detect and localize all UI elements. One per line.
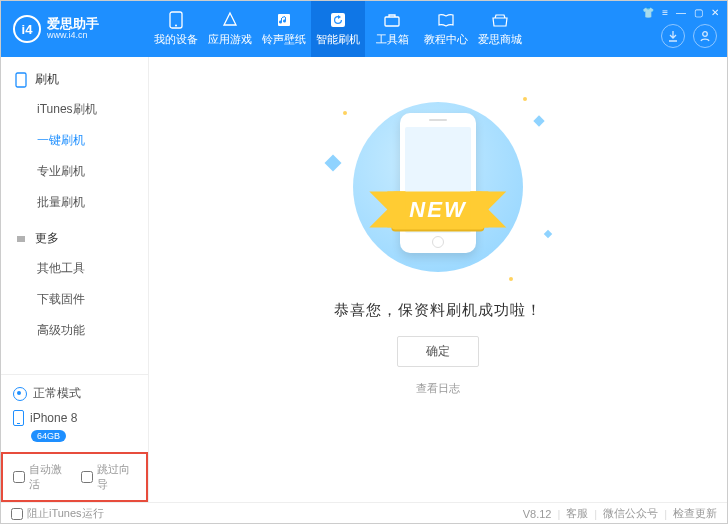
sidebar-section-more: 更多	[1, 224, 148, 253]
title-bar: i4 爱思助手 www.i4.cn 我的设备 应用游戏 铃声壁纸 智能刷机 工具…	[1, 1, 727, 57]
window-controls: 👕 ≡ — ▢ ✕	[634, 1, 727, 24]
nav-label: 铃声壁纸	[262, 32, 306, 47]
device-name: iPhone 8	[30, 411, 77, 425]
svg-rect-6	[16, 73, 26, 87]
success-illustration: NEW	[323, 87, 553, 287]
device-name-row[interactable]: iPhone 8	[13, 410, 136, 426]
sidebar-item-oneclick-flash[interactable]: 一键刷机	[1, 125, 148, 156]
version-label: V8.12	[523, 508, 552, 520]
nav-label: 教程中心	[424, 32, 468, 47]
menu-button[interactable]: ≡	[662, 7, 668, 18]
view-log-link[interactable]: 查看日志	[416, 381, 460, 396]
nav-apps[interactable]: 应用游戏	[203, 1, 257, 57]
nav-label: 智能刷机	[316, 32, 360, 47]
block-itunes-label: 阻止iTunes运行	[27, 506, 104, 521]
confirm-button[interactable]: 确定	[397, 336, 479, 367]
block-itunes-checkbox[interactable]: 阻止iTunes运行	[11, 506, 104, 521]
device-mode[interactable]: 正常模式	[13, 385, 136, 402]
nav-label: 应用游戏	[208, 32, 252, 47]
sidebar-item-pro-flash[interactable]: 专业刷机	[1, 156, 148, 187]
book-icon	[437, 11, 455, 29]
section-title: 刷机	[35, 71, 59, 88]
nav-store[interactable]: 爱思商城	[473, 1, 527, 57]
sidebar-item-itunes-flash[interactable]: iTunes刷机	[1, 94, 148, 125]
main-panel: NEW 恭喜您，保资料刷机成功啦！ 确定 查看日志	[149, 57, 727, 502]
success-message: 恭喜您，保资料刷机成功啦！	[334, 301, 542, 320]
svg-point-1	[175, 25, 177, 27]
download-button[interactable]	[661, 24, 685, 48]
sidebar-item-download-fw[interactable]: 下载固件	[1, 284, 148, 315]
nav-label: 爱思商城	[478, 32, 522, 47]
nav-ringtones[interactable]: 铃声壁纸	[257, 1, 311, 57]
apps-icon	[221, 11, 239, 29]
toolbox-icon	[383, 11, 401, 29]
check-update-link[interactable]: 检查更新	[673, 506, 717, 521]
nav-label: 我的设备	[154, 32, 198, 47]
flash-options: 自动激活 跳过向导	[1, 452, 148, 502]
new-ribbon: NEW	[391, 191, 484, 229]
brand-logo-icon: i4	[13, 15, 41, 43]
user-button[interactable]	[693, 24, 717, 48]
auto-activate-label: 自动激活	[29, 462, 69, 492]
refresh-icon	[329, 11, 347, 29]
nav-tutorials[interactable]: 教程中心	[419, 1, 473, 57]
sidebar-item-batch-flash[interactable]: 批量刷机	[1, 187, 148, 218]
svg-point-5	[703, 32, 708, 37]
auto-activate-checkbox[interactable]: 自动激活	[13, 462, 69, 492]
section-title: 更多	[35, 230, 59, 247]
nav-label: 工具箱	[376, 32, 409, 47]
skip-guide-checkbox[interactable]: 跳过向导	[81, 462, 137, 492]
brand: i4 爱思助手 www.i4.cn	[1, 1, 149, 57]
nav-my-devices[interactable]: 我的设备	[149, 1, 203, 57]
sidebar: 刷机 iTunes刷机 一键刷机 专业刷机 批量刷机 更多 其他工具 下载固件 …	[1, 57, 149, 502]
maximize-button[interactable]: ▢	[694, 7, 703, 18]
storage-badge: 64GB	[31, 430, 66, 442]
top-right: 👕 ≡ — ▢ ✕	[634, 1, 727, 57]
mode-icon	[13, 387, 27, 401]
minimize-button[interactable]: —	[676, 7, 686, 18]
top-right-circles	[651, 24, 727, 48]
brand-url: www.i4.cn	[47, 31, 99, 41]
sidebar-item-other-tools[interactable]: 其他工具	[1, 253, 148, 284]
status-bar: 阻止iTunes运行 V8.12 | 客服 | 微信公众号 | 检查更新	[1, 502, 727, 524]
skip-guide-label: 跳过向导	[97, 462, 137, 492]
svg-rect-4	[385, 17, 399, 26]
device-phone-icon	[13, 410, 24, 426]
mode-label: 正常模式	[33, 385, 81, 402]
nav-toolbox[interactable]: 工具箱	[365, 1, 419, 57]
sidebar-section-flash: 刷机	[1, 65, 148, 94]
phone-icon	[167, 11, 185, 29]
sidebar-device-panel: 正常模式 iPhone 8 64GB	[1, 374, 148, 452]
brand-title: 爱思助手	[47, 17, 99, 31]
support-link[interactable]: 客服	[566, 506, 588, 521]
top-nav: 我的设备 应用游戏 铃声壁纸 智能刷机 工具箱 教程中心 爱思商城	[149, 1, 634, 57]
phone-illustration-icon	[400, 113, 476, 253]
more-section-icon	[15, 233, 29, 245]
sidebar-item-advanced[interactable]: 高级功能	[1, 315, 148, 346]
nav-flash[interactable]: 智能刷机	[311, 1, 365, 57]
store-icon	[491, 11, 509, 29]
music-icon	[275, 11, 293, 29]
wechat-link[interactable]: 微信公众号	[603, 506, 658, 521]
close-button[interactable]: ✕	[711, 7, 719, 18]
flash-section-icon	[15, 72, 29, 88]
skin-button[interactable]: 👕	[642, 7, 654, 18]
